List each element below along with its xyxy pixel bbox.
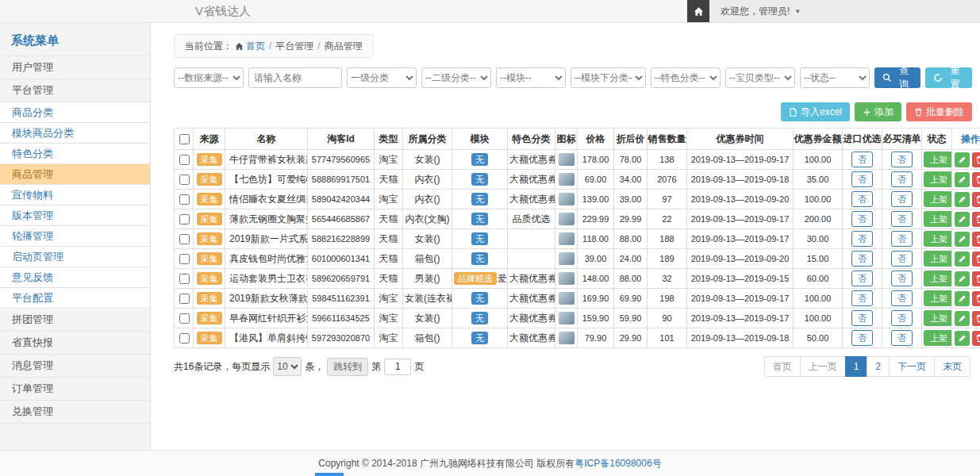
row-checkbox[interactable]: [179, 155, 190, 165]
pager-button-1[interactable]: 上一页: [800, 356, 846, 377]
search-button[interactable]: 查询: [874, 67, 921, 88]
status-button[interactable]: 上架: [924, 290, 952, 306]
edit-button[interactable]: [955, 271, 970, 286]
edit-button[interactable]: [955, 291, 970, 306]
sidebar-item-message-mgmt[interactable]: 消息管理: [0, 354, 150, 377]
sidebar-item-splash-page-mgmt[interactable]: 启动页管理: [0, 246, 150, 267]
sidebar-item-cut-off-item[interactable]: [0, 423, 150, 446]
sidebar-item-platform-mgmt[interactable]: 平台管理: [0, 79, 150, 102]
name-search-input[interactable]: [248, 67, 342, 88]
batch-delete-button[interactable]: 批量删除: [906, 102, 972, 121]
status-button[interactable]: 上架: [924, 251, 952, 267]
sidebar-item-promo-material[interactable]: 宣传物料: [0, 184, 150, 205]
status-button[interactable]: 上架: [924, 171, 952, 187]
status-button[interactable]: 上架: [924, 191, 952, 207]
sidebar-item-feature-category[interactable]: 特色分类: [0, 143, 150, 163]
select-all-checkbox[interactable]: [179, 134, 190, 144]
add-button[interactable]: 添加: [855, 102, 901, 121]
delete-button[interactable]: [972, 152, 980, 167]
row-checkbox[interactable]: [179, 333, 190, 344]
import-toggle-button[interactable]: 否: [851, 171, 873, 187]
delete-button[interactable]: [972, 232, 980, 247]
import-toggle-button[interactable]: 否: [851, 271, 873, 286]
sidebar-item-platform-config[interactable]: 平台配置: [0, 287, 150, 308]
must-buy-toggle-button[interactable]: 否: [891, 310, 913, 326]
edit-button[interactable]: [955, 311, 970, 326]
edit-button[interactable]: [955, 232, 970, 247]
module-filter[interactable]: --模块--: [496, 67, 566, 88]
level1-category-filter[interactable]: 一级分类: [347, 67, 417, 88]
pager-button-3[interactable]: 2: [867, 356, 890, 377]
must-buy-toggle-button[interactable]: 否: [891, 171, 913, 187]
sidebar-item-feedback[interactable]: 意见反馈: [0, 267, 150, 287]
import-toggle-button[interactable]: 否: [851, 191, 873, 207]
row-checkbox[interactable]: [179, 175, 190, 185]
delete-button[interactable]: [972, 192, 980, 207]
breadcrumb-item[interactable]: 商品管理: [325, 40, 363, 53]
row-checkbox[interactable]: [179, 313, 190, 324]
sidebar-item-user-mgmt[interactable]: 用户管理: [0, 56, 150, 79]
must-buy-toggle-button[interactable]: 否: [891, 191, 913, 207]
sidebar-item-exchange-mgmt[interactable]: 兑换管理: [0, 400, 150, 423]
status-button[interactable]: 上架: [924, 211, 952, 227]
sidebar-item-carousel-mgmt[interactable]: 轮播管理: [0, 225, 150, 246]
edit-button[interactable]: [955, 192, 970, 207]
item-type-filter[interactable]: --宝贝类型--: [725, 67, 795, 88]
import-excel-button[interactable]: 导入excel: [781, 102, 850, 121]
sidebar-item-version-mgmt[interactable]: 版本管理: [0, 205, 150, 225]
pager-button-4[interactable]: 下一页: [889, 356, 935, 377]
import-toggle-button[interactable]: 否: [851, 211, 873, 227]
import-toggle-button[interactable]: 否: [851, 290, 873, 306]
pager-button-0[interactable]: 首页: [764, 356, 801, 377]
data-source-filter[interactable]: --数据来源--: [174, 67, 244, 88]
must-buy-toggle-button[interactable]: 否: [891, 231, 913, 247]
delete-button[interactable]: [972, 331, 980, 346]
delete-button[interactable]: [972, 172, 980, 187]
user-menu[interactable]: 欢迎您，管理员! ▼: [709, 0, 801, 22]
delete-button[interactable]: [972, 271, 980, 286]
edit-button[interactable]: [955, 172, 970, 187]
pager-button-2[interactable]: 1: [845, 356, 868, 377]
must-buy-toggle-button[interactable]: 否: [891, 152, 913, 167]
status-button[interactable]: 上架: [924, 152, 952, 167]
must-buy-toggle-button[interactable]: 否: [891, 290, 913, 306]
status-button[interactable]: 上架: [924, 330, 952, 346]
edit-button[interactable]: [955, 152, 970, 167]
row-checkbox[interactable]: [179, 274, 190, 284]
delete-button[interactable]: [972, 212, 980, 227]
edit-button[interactable]: [955, 251, 970, 267]
home-button[interactable]: [687, 0, 709, 22]
level2-category-filter[interactable]: --二级分类--: [421, 67, 491, 88]
breadcrumb-item[interactable]: 平台管理: [275, 40, 313, 53]
import-toggle-button[interactable]: 否: [851, 231, 873, 247]
import-toggle-button[interactable]: 否: [851, 152, 873, 167]
row-checkbox[interactable]: [179, 254, 190, 264]
icp-link[interactable]: 粤ICP备16098006号: [575, 457, 661, 470]
page-size-select[interactable]: 10: [273, 357, 302, 376]
import-toggle-button[interactable]: 否: [851, 310, 873, 326]
must-buy-toggle-button[interactable]: 否: [891, 271, 913, 286]
breadcrumb-home-link[interactable]: 首页: [246, 40, 265, 53]
edit-button[interactable]: [955, 331, 970, 346]
must-buy-toggle-button[interactable]: 否: [891, 330, 913, 346]
edit-button[interactable]: [955, 212, 970, 227]
must-buy-toggle-button[interactable]: 否: [891, 211, 913, 227]
status-button[interactable]: 上架: [924, 271, 952, 286]
sidebar-item-express-news[interactable]: 省直快报: [0, 331, 150, 354]
row-checkbox[interactable]: [179, 294, 190, 304]
sidebar-item-group-buy-mgmt[interactable]: 拼团管理: [0, 308, 150, 331]
sidebar-item-module-goods-category[interactable]: 模块商品分类: [0, 122, 150, 143]
module-subcategory-filter[interactable]: --模块下分类--: [571, 67, 646, 88]
jump-page-input[interactable]: [384, 359, 411, 375]
row-checkbox[interactable]: [179, 194, 190, 205]
import-toggle-button[interactable]: 否: [851, 330, 873, 346]
import-toggle-button[interactable]: 否: [851, 251, 873, 267]
jump-button[interactable]: 跳转到: [327, 358, 368, 376]
delete-button[interactable]: [972, 291, 980, 306]
sidebar-item-goods-mgmt[interactable]: 商品管理: [0, 163, 150, 184]
reset-button[interactable]: 重置: [925, 67, 972, 88]
status-filter[interactable]: --状态--: [800, 67, 870, 88]
row-checkbox[interactable]: [179, 234, 190, 244]
pager-button-5[interactable]: 末页: [934, 356, 970, 377]
row-checkbox[interactable]: [179, 214, 190, 225]
